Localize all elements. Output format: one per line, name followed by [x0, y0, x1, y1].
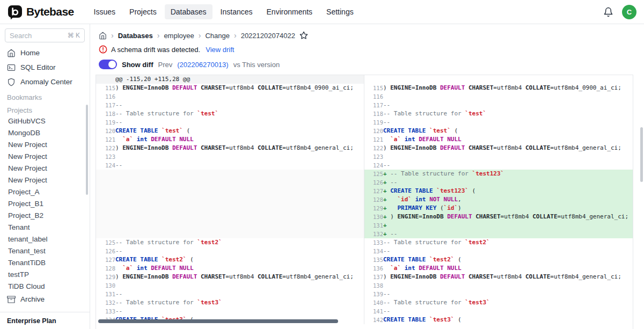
diff-code-line — [115, 170, 364, 178]
diff-code-line: -- — [383, 118, 633, 127]
diff-code-line: -- Table structure for `test` — [383, 109, 633, 118]
schema-drift-alert: A schema drift was detected. View drift — [90, 42, 644, 55]
breadcrumb-item[interactable]: employee — [164, 32, 194, 40]
sidebar-project-item[interactable]: TenantTiDB — [0, 257, 90, 268]
sidebar-project-item[interactable]: New Project — [0, 162, 90, 174]
diff-code-line — [115, 221, 364, 230]
view-drift-link[interactable]: View drift — [206, 46, 234, 54]
sidebar-project-item[interactable]: Tenant_test — [0, 245, 90, 257]
sidebar-project-item[interactable]: TiDB Cloud — [0, 280, 90, 292]
diff-line-number: 121 — [96, 135, 115, 144]
sidebar-item-anomaly-center[interactable]: Anomaly Center — [0, 75, 90, 89]
diff-code-line: + ) ENGINE=InnoDB DEFAULT CHARSET=utf8mb… — [383, 213, 633, 221]
diff-line-number — [96, 230, 115, 238]
diff-code-line: -- — [383, 161, 633, 170]
sidebar-project-item[interactable]: Tenant — [0, 221, 90, 233]
nav-issues[interactable]: Issues — [88, 4, 121, 19]
diff-code-line: -- — [115, 247, 364, 255]
diff-code-line: -- — [115, 101, 364, 109]
terminal-icon — [7, 63, 16, 72]
diff-code-line: -- Table structure for `test` — [115, 109, 364, 118]
diff-code-line: `a` int DEFAULT NULL — [115, 264, 364, 273]
diff-code-line: -- — [115, 307, 364, 316]
sidebar-project-item[interactable]: MongoDB — [0, 127, 90, 138]
nav-projects[interactable]: Projects — [123, 4, 163, 19]
diff-line-number: 136 — [364, 264, 383, 273]
diff-code-line: -- — [383, 290, 633, 298]
search-input[interactable] — [10, 32, 56, 40]
sidebar-project-item[interactable]: testTP — [0, 268, 90, 280]
diff-code-line — [115, 204, 364, 213]
breadcrumb-item[interactable]: Databases — [118, 32, 153, 40]
sidebar-item-home[interactable]: Home — [0, 46, 90, 60]
diff-line-number: 125 — [96, 238, 115, 247]
diff-line-number — [96, 204, 115, 213]
diff-line-number: 127 — [364, 187, 383, 195]
show-diff-toggle[interactable] — [99, 60, 117, 69]
alert-text: A schema drift was detected. — [111, 46, 200, 54]
diff-line-number: 120 — [364, 127, 383, 135]
sidebar-project-item[interactable]: Project_B1 — [0, 198, 90, 209]
top-bar: Bytebase IssuesProjectsDatabasesInstance… — [0, 0, 644, 24]
diff-line-number: 138 — [364, 281, 383, 290]
diff-code-line — [115, 213, 364, 221]
sidebar-project-item[interactable]: Project_B2 — [0, 209, 90, 221]
avatar[interactable]: C — [622, 5, 636, 19]
breadcrumb: ›Databases›employee›Change›2022120207402… — [90, 24, 644, 42]
bookmark-star-icon[interactable] — [299, 31, 308, 40]
diff-line-number: 116 — [364, 92, 383, 101]
diff-line-number — [96, 221, 115, 230]
diff-code-line: + CREATE TABLE `test123` ( — [383, 187, 633, 195]
breadcrumb-separator: › — [111, 31, 114, 40]
breadcrumb-item[interactable]: Change — [205, 32, 230, 40]
diff-line-number: 126 — [96, 247, 115, 255]
diff-code-line: + -- Table structure for `test123` — [383, 170, 633, 178]
brand-logo[interactable]: Bytebase — [8, 4, 74, 20]
shield-icon — [7, 78, 16, 86]
diff-code-line: -- — [115, 118, 364, 127]
nav-instances[interactable]: Instances — [215, 4, 259, 19]
sidebar-project-item[interactable]: tenant_label — [0, 233, 90, 245]
vs-label: vs This version — [233, 61, 280, 69]
sidebar-scrollbar[interactable] — [86, 105, 88, 195]
diff-line-number: 124 — [364, 161, 383, 170]
sidebar-project-item[interactable]: New Project — [0, 150, 90, 162]
diff-code-line — [383, 92, 633, 101]
diff-code-line: -- Table structure for `test3` — [383, 298, 633, 307]
diff-line-number: 117 — [364, 101, 383, 109]
diff-line-number: 122 — [364, 144, 383, 152]
nav-environments[interactable]: Environments — [261, 4, 319, 19]
page-vertical-scrollbar[interactable] — [640, 127, 643, 182]
diff-code-line — [115, 92, 364, 101]
sidebar-item-archive[interactable]: Archive — [0, 292, 90, 306]
diff-line-number: 130 — [364, 213, 383, 221]
diff-code-line — [115, 195, 364, 204]
breadcrumb-separator: › — [234, 31, 237, 40]
nav-databases[interactable]: Databases — [165, 4, 213, 19]
diff-line-number: 118 — [96, 109, 115, 118]
prev-version-link[interactable]: (202206270013) — [177, 61, 228, 69]
diff-line-number: 132 — [364, 230, 383, 238]
diff-line-number: 119 — [364, 118, 383, 127]
sidebar-project-item[interactable]: New Project — [0, 138, 90, 150]
schema-diff-panel: @@ -115,20 +115,28 @@115) ENGINE=InnoDB … — [96, 75, 633, 329]
alert-circle-icon — [99, 45, 107, 54]
diff-code-line — [115, 187, 364, 195]
sidebar-project-item[interactable]: GitHubVCS — [0, 115, 90, 127]
diff-table: @@ -115,20 +115,28 @@115) ENGINE=InnoDB … — [96, 75, 633, 324]
diff-code-line: + -- — [383, 230, 633, 238]
sidebar-item-sql-editor[interactable]: SQL Editor — [0, 60, 90, 75]
home-icon — [7, 49, 16, 57]
sidebar-project-item[interactable]: New Project — [0, 174, 90, 186]
diff-code-line: `a` int DEFAULT NULL — [383, 135, 633, 144]
diff-line-number — [96, 187, 115, 195]
diff-horizontal-scrollbar[interactable] — [98, 319, 338, 323]
sidebar-project-item[interactable]: Project_A — [0, 186, 90, 198]
diff-line-number: 125 — [364, 170, 383, 178]
diff-code-line: ) ENGINE=InnoDB DEFAULT CHARSET=utf8mb4 … — [383, 273, 633, 281]
diff-line-number: 122 — [96, 144, 115, 152]
diff-code-line: -- — [383, 307, 633, 316]
home-icon[interactable] — [99, 32, 107, 40]
bell-icon[interactable] — [603, 7, 613, 17]
nav-settings[interactable]: Settings — [320, 4, 360, 19]
